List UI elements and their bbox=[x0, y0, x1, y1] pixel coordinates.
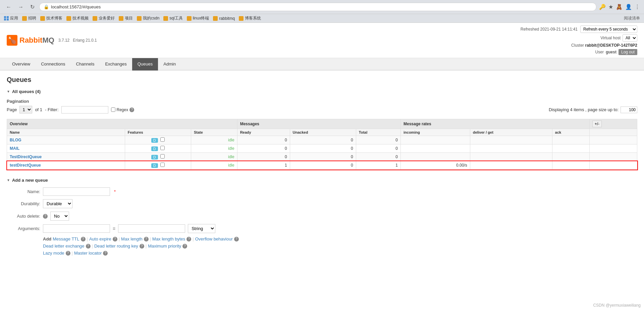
bookmark-3[interactable]: 技术视频 bbox=[66, 15, 89, 21]
th-features: Features bbox=[125, 129, 191, 136]
features-badge[interactable]: D bbox=[151, 163, 158, 168]
regex-help-icon[interactable]: ? bbox=[129, 107, 134, 112]
link-overflow-behaviour[interactable]: Overflow behaviour bbox=[195, 236, 233, 241]
lazy-mode-help-icon[interactable]: ? bbox=[66, 251, 70, 256]
all-queues-section-header[interactable]: ▼ All queues (4) bbox=[7, 88, 637, 95]
bookmark-10[interactable]: 博客系统 bbox=[239, 15, 261, 21]
th-message-rates: Message rates bbox=[400, 119, 589, 129]
link-max-length[interactable]: Max length bbox=[121, 236, 143, 241]
reader-mode[interactable]: 阅读清单 bbox=[624, 15, 640, 21]
nav-connections[interactable]: Connections bbox=[36, 58, 70, 71]
bookmark-1[interactable]: 招聘 bbox=[22, 15, 36, 21]
logout-button[interactable]: Log out bbox=[619, 49, 637, 55]
nav-admin[interactable]: Admin bbox=[158, 58, 181, 71]
rabbitmq-logo: 🍗 RabbitMQ bbox=[7, 35, 54, 46]
star-icon[interactable]: ★ bbox=[608, 4, 613, 10]
bookmark-folder-icon bbox=[40, 16, 45, 21]
bookmark-7[interactable]: sql工具 bbox=[163, 15, 182, 21]
link-max-length-bytes[interactable]: Max length bytes bbox=[152, 236, 185, 241]
profile-icon[interactable]: 👤 bbox=[625, 4, 632, 10]
link-dead-letter-routing-key[interactable]: Dead letter routing key bbox=[94, 243, 138, 249]
queue-name-link[interactable]: testDirectQueue bbox=[10, 163, 41, 168]
overflow-help-icon[interactable]: ? bbox=[234, 237, 239, 241]
erlang-text: Erlang 21.0.1 bbox=[73, 38, 97, 43]
features-badge[interactable]: D bbox=[151, 146, 158, 151]
table-row: testDirectQueue D idle 1 0 1 0.00/s bbox=[7, 161, 637, 170]
page-title: Queues bbox=[7, 76, 637, 84]
bookmark-5[interactable]: 项目 bbox=[119, 15, 133, 21]
page-select[interactable]: 1 bbox=[19, 106, 32, 114]
refresh-select[interactable]: Refresh every 5 seconds Refresh every 10… bbox=[580, 26, 637, 33]
bookmark-6[interactable]: 我的csdn bbox=[137, 15, 159, 21]
required-mark: * bbox=[114, 189, 116, 194]
plus-minus-button[interactable]: +/- bbox=[592, 121, 602, 127]
back-button[interactable]: ← bbox=[4, 3, 13, 11]
queue-checkbox[interactable] bbox=[160, 137, 165, 142]
auto-expire-help-icon[interactable]: ? bbox=[113, 237, 117, 241]
user-row: User guest Log out bbox=[595, 49, 637, 55]
user-value: guest bbox=[606, 50, 616, 54]
refresh-row: Refreshed 2021-09-21 14:11:41 Refresh ev… bbox=[521, 26, 637, 33]
nav-channels[interactable]: Channels bbox=[70, 58, 100, 71]
auto-delete-help-icon[interactable]: ? bbox=[43, 214, 48, 219]
add-btn-label: Add bbox=[43, 236, 51, 241]
queue-name-input[interactable] bbox=[43, 187, 110, 196]
refresh-button[interactable]: ↻ bbox=[28, 3, 37, 11]
link-message-ttl[interactable]: Message TTL bbox=[53, 236, 79, 241]
link-lazy-mode[interactable]: Lazy mode bbox=[43, 251, 64, 256]
nav-exchanges[interactable]: Exchanges bbox=[100, 58, 132, 71]
th-plus-minus[interactable]: +/- bbox=[589, 119, 637, 129]
dead-letter-exchange-help-icon[interactable]: ? bbox=[86, 244, 91, 249]
bookmark-8[interactable]: linux终端 bbox=[187, 15, 209, 21]
link-maximum-priority[interactable]: Maximum priority bbox=[148, 243, 181, 249]
nav-queues[interactable]: Queues bbox=[132, 58, 158, 71]
vhost-select[interactable]: All / bbox=[623, 34, 637, 42]
page-size-input[interactable] bbox=[621, 106, 637, 113]
main-content: Queues ▼ All queues (4) Pagination Page … bbox=[0, 71, 644, 263]
regex-checkbox[interactable] bbox=[111, 107, 115, 112]
bookmark-9[interactable]: rabbitmq bbox=[213, 16, 235, 21]
queue-checkbox[interactable] bbox=[160, 154, 165, 159]
filter-input[interactable] bbox=[61, 106, 108, 114]
forward-button[interactable]: → bbox=[16, 3, 25, 11]
nav-overview[interactable]: Overview bbox=[7, 58, 36, 71]
max-length-bytes-help-icon[interactable]: ? bbox=[186, 237, 191, 241]
auto-delete-select[interactable]: No Yes bbox=[50, 212, 69, 221]
pagination-right: Displaying 4 items , page size up to: bbox=[549, 106, 637, 113]
queue-checkbox[interactable] bbox=[160, 163, 165, 167]
arg-value-input[interactable] bbox=[118, 224, 185, 233]
csdn-watermark: CSDN @yermuxiaweiliang bbox=[593, 303, 641, 308]
link-auto-expire[interactable]: Auto expire bbox=[89, 236, 111, 241]
pagination-controls: Page 1 of 1 - Filter: Regex ? Displaying… bbox=[7, 106, 637, 114]
max-priority-help-icon[interactable]: ? bbox=[182, 244, 187, 249]
durability-form-label: Durability: bbox=[7, 201, 40, 206]
top-bar: 🍗 RabbitMQ 3.7.12 Erlang 21.0.1 Refreshe… bbox=[0, 23, 644, 58]
state-text: idle bbox=[228, 146, 234, 151]
max-length-help-icon[interactable]: ? bbox=[144, 237, 149, 241]
arg-key-input[interactable] bbox=[43, 224, 110, 233]
features-badge[interactable]: D bbox=[151, 155, 158, 160]
durability-select[interactable]: Durable Transient bbox=[43, 199, 72, 208]
queue-name-link[interactable]: BLOG bbox=[10, 138, 21, 142]
equals-sign: = bbox=[113, 226, 115, 231]
queue-checkbox[interactable] bbox=[160, 146, 165, 150]
master-locator-help-icon[interactable]: ? bbox=[103, 251, 108, 256]
link-master-locator[interactable]: Master locator bbox=[74, 251, 102, 256]
bookmark-apps[interactable]: 应用 bbox=[4, 15, 18, 21]
all-queues-label: All queues (4) bbox=[12, 89, 41, 94]
extension-icon[interactable]: 🧸 bbox=[616, 4, 623, 10]
queue-name-link[interactable]: TestDirectQueue bbox=[10, 154, 42, 159]
bookmark-2[interactable]: 技术博客 bbox=[40, 15, 62, 21]
queue-name-link[interactable]: MAIL bbox=[10, 146, 19, 151]
bookmark-4[interactable]: 业务爱好 bbox=[93, 15, 115, 21]
th-unacked: Unacked bbox=[290, 129, 356, 136]
menu-icon[interactable]: ⋮ bbox=[635, 4, 640, 10]
message-ttl-help-icon[interactable]: ? bbox=[81, 237, 86, 241]
add-queue-section-header[interactable]: ▼ Add a new queue bbox=[7, 176, 637, 184]
address-bar[interactable]: 🔒 localhost:15672/#/queues bbox=[39, 3, 596, 11]
dead-letter-routing-key-help-icon[interactable]: ? bbox=[140, 244, 144, 249]
features-badge[interactable]: D bbox=[151, 138, 158, 143]
arg-type-select[interactable]: String Number Boolean bbox=[188, 224, 215, 233]
table-row: MAIL D idle 0 0 0 bbox=[7, 144, 637, 153]
link-dead-letter-exchange[interactable]: Dead letter exchange bbox=[43, 243, 85, 249]
